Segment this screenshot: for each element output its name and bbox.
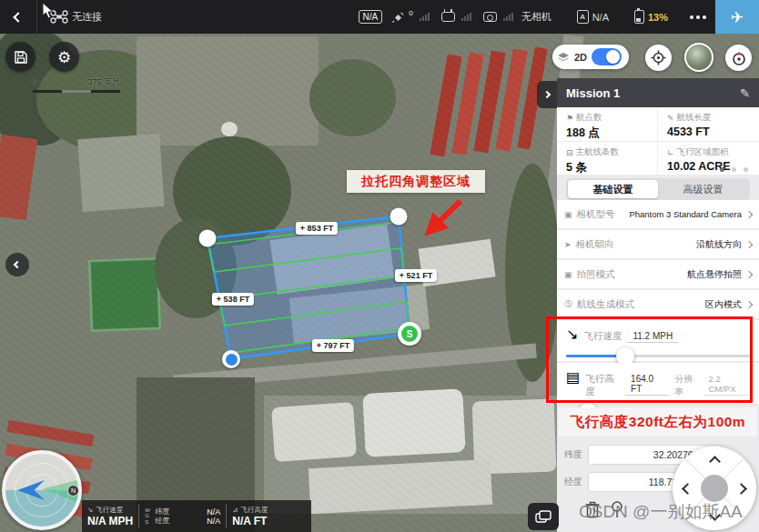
save-mission-button[interactable] bbox=[5, 42, 35, 72]
rc-signal-bars bbox=[461, 13, 471, 21]
mouse-cursor bbox=[42, 2, 54, 19]
terrain-shape bbox=[221, 122, 238, 136]
resolution-value: 2.2 CM/PX bbox=[704, 374, 750, 396]
telemetry-altitude: ⊿飞行高度 N/A FT bbox=[227, 500, 273, 532]
camera-signal-icon bbox=[483, 12, 497, 22]
edit-mission-icon[interactable] bbox=[740, 86, 750, 100]
chevron-right-icon bbox=[745, 240, 753, 247]
speed-value: 11.2 MPH bbox=[627, 331, 678, 343]
edge-length-badge-right: + 521 FT bbox=[395, 269, 437, 282]
mission-title: Mission 1 bbox=[566, 86, 620, 100]
polygon-corner-handle[interactable] bbox=[390, 208, 408, 226]
save-icon bbox=[14, 50, 28, 65]
row-photo-mode[interactable]: ▣ 拍照模式 航点悬停拍照 bbox=[557, 260, 759, 288]
terrain-shape bbox=[7, 420, 95, 447]
stat-waypoints: ⚑航点数 188 点 bbox=[557, 107, 658, 142]
chevron-right-icon bbox=[745, 270, 753, 277]
map-view-pill: 2D bbox=[552, 45, 629, 69]
battery-percent: 13% bbox=[648, 12, 668, 23]
ruler-icon: ∟ bbox=[667, 148, 674, 157]
gear-icon bbox=[57, 48, 71, 66]
speed-slider[interactable] bbox=[566, 355, 750, 357]
map-scale-bar: 0 375 英尺 bbox=[33, 76, 120, 93]
terrain-shape bbox=[77, 134, 164, 212]
locate-me-button[interactable] bbox=[645, 45, 672, 71]
satellite-count: 0 bbox=[409, 9, 412, 17]
flight-speed-card: ↘ 飞行速度 11.2 MPH bbox=[557, 320, 759, 361]
terrain-shape bbox=[271, 402, 357, 462]
s-mode-icon: Ⓢ bbox=[564, 298, 572, 310]
edge-length-badge-top: + 853 FT bbox=[296, 222, 338, 235]
telemetry-coords: WGS 纬度N/A 经度N/A bbox=[139, 500, 226, 532]
polygon-corner-handle[interactable] bbox=[199, 230, 217, 247]
mission-stats: ⚑航点数 188 点 ✎航线长度 4533 FT ⊟主航线条数 5 条 ∟飞行区… bbox=[557, 107, 759, 175]
mission-header: Mission 1 bbox=[557, 78, 759, 107]
connection-status: 无连接 bbox=[72, 10, 102, 24]
satellite-signal-bars bbox=[420, 13, 430, 21]
panel-collapse-tab[interactable] bbox=[537, 81, 557, 108]
crosshair-icon bbox=[651, 50, 666, 65]
terrain-shape bbox=[309, 59, 396, 136]
map-settings-button[interactable] bbox=[49, 42, 79, 72]
view-mode-label: 2D bbox=[574, 52, 587, 63]
settings-tabs: 基础设置 高级设置 bbox=[566, 178, 750, 200]
altitude-note: 飞行高度320ft左右为100m bbox=[559, 407, 757, 437]
remote-controller-icon bbox=[441, 12, 455, 22]
edge-length-badge-left: + 538 FT bbox=[212, 293, 254, 306]
camera-signal-bars bbox=[503, 13, 513, 21]
chevron-left-icon bbox=[14, 261, 21, 268]
edge-length-badge-bottom: + 797 FT bbox=[312, 339, 354, 352]
chevron-left-icon bbox=[13, 12, 23, 22]
cursor-arrow-icon: ➤ bbox=[564, 240, 572, 249]
tab-advanced-settings[interactable]: 高级设置 bbox=[658, 180, 748, 198]
speed-icon: ↘ bbox=[566, 326, 578, 343]
top-status-bar: 无连接 N/A 0 无相机 A N/A 13% bbox=[0, 0, 759, 34]
route-start-marker[interactable]: S bbox=[398, 322, 421, 346]
row-camera-heading[interactable]: ➤ 相机朝向 沿航线方向 bbox=[557, 230, 759, 258]
gps-mode-badge: N/A bbox=[359, 10, 383, 24]
lines-icon: ⊟ bbox=[566, 148, 573, 157]
chevron-left-icon[interactable] bbox=[682, 483, 693, 495]
layers-icon bbox=[557, 52, 570, 63]
back-button[interactable] bbox=[0, 0, 36, 34]
app-screen: 拉托四角调整区域 + 853 FT + 521 FT + 538 FT + 79… bbox=[0, 0, 759, 532]
north-badge: N bbox=[67, 485, 79, 497]
collapse-left-button[interactable] bbox=[5, 253, 29, 276]
stat-main-lines: ⊟主航线条数 5 条 bbox=[557, 142, 658, 176]
polygon-corner-handle-selected[interactable] bbox=[222, 350, 240, 368]
stat-route-length: ✎航线长度 4533 FT bbox=[658, 107, 759, 142]
flag-icon: ⚑ bbox=[566, 114, 573, 123]
chevron-right-icon bbox=[745, 300, 753, 307]
terrain-shape bbox=[309, 459, 492, 514]
terrain-shape bbox=[88, 257, 162, 333]
telemetry-bar: ↘飞行速度 N/A MPH WGS 纬度N/A 经度N/A ⊿飞行高度 N/A … bbox=[82, 500, 311, 532]
chevron-right-icon bbox=[543, 91, 551, 98]
altitude-icon: ⊿ bbox=[232, 506, 238, 514]
minimap-button[interactable] bbox=[684, 43, 713, 72]
pencil-icon: ✎ bbox=[667, 114, 674, 123]
altitude-value: 164.0 FT bbox=[625, 374, 669, 396]
more-options-button[interactable] bbox=[690, 15, 706, 19]
camera-view-button[interactable] bbox=[528, 503, 559, 530]
tab-basic-settings[interactable]: 基础设置 bbox=[568, 180, 658, 198]
compass-icon bbox=[731, 50, 747, 66]
row-camera-model[interactable]: ▣ 相机型号 Phantom 3 Standard Camera bbox=[557, 200, 759, 228]
altitude-icon: ▤ bbox=[566, 368, 580, 386]
chevron-right-icon[interactable] bbox=[735, 483, 747, 495]
scale-zero: 0 bbox=[33, 76, 37, 88]
flight-altitude-card: ▤ 飞行高度 164.0 FT 分辨率 2.2 CM/PX bbox=[557, 363, 759, 404]
stats-page-dots[interactable] bbox=[720, 167, 748, 172]
scale-distance: 375 英尺 bbox=[87, 76, 120, 88]
flight-mode-value: N/A bbox=[592, 12, 609, 23]
camera-status: 无相机 bbox=[521, 10, 552, 24]
terrain-shape bbox=[362, 388, 466, 457]
takeoff-button[interactable] bbox=[715, 0, 759, 34]
dpad-center-button[interactable] bbox=[701, 475, 728, 502]
row-route-mode[interactable]: Ⓢ 航线生成模式 区内模式 bbox=[557, 290, 759, 318]
telemetry-speed: ↘飞行速度 N/A MPH bbox=[82, 500, 138, 532]
camera-icon: ▣ bbox=[564, 270, 572, 279]
satellite-icon bbox=[391, 11, 405, 24]
chevron-up-icon[interactable] bbox=[709, 456, 721, 467]
2d-toggle[interactable] bbox=[592, 48, 622, 65]
compass-reset-button[interactable] bbox=[725, 45, 752, 71]
